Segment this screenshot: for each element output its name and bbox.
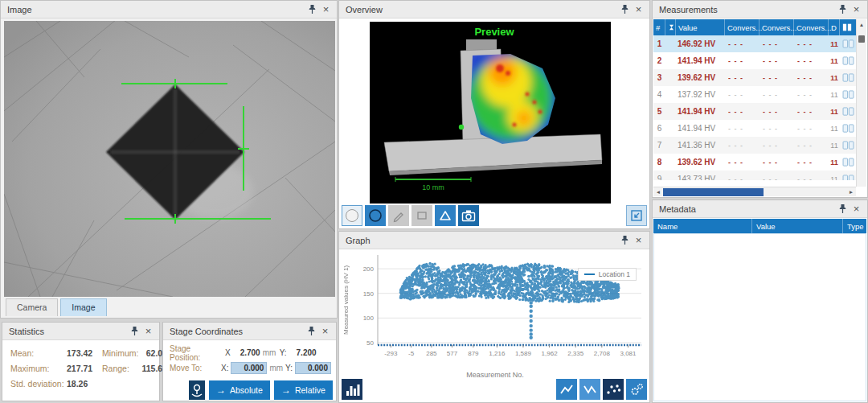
export-overview-button[interactable] [626, 205, 647, 226]
close-icon[interactable]: × [632, 2, 645, 16]
legend-series-swatch [584, 273, 595, 275]
close-icon[interactable]: × [850, 2, 863, 16]
column-header-indenter[interactable] [665, 19, 676, 35]
microscope-image[interactable] [4, 21, 335, 297]
column-header-d[interactable]: D [829, 19, 840, 35]
svg-text:577: 577 [447, 350, 458, 357]
pin-icon[interactable] [128, 324, 141, 338]
arrow-right-icon: → [216, 384, 226, 396]
rectangle-icon [415, 208, 429, 223]
table-row[interactable]: 3 139.62 HV - - - - - - - - - 11 [653, 69, 856, 86]
scatter-chart-icon [605, 381, 621, 397]
image-view-tabs: Camera Image [6, 298, 107, 316]
details-cell[interactable] [840, 141, 856, 150]
d-cell: 11 [829, 57, 840, 65]
close-icon[interactable]: × [318, 324, 332, 338]
close-icon[interactable]: × [632, 233, 645, 247]
measurement-number-cell: 5 [653, 107, 665, 116]
measurement-value-cell: 143.73 HV [676, 175, 725, 180]
pin-icon[interactable] [618, 233, 632, 247]
scroll-up-arrow[interactable]: ▲ [857, 19, 866, 30]
capture-overview-button[interactable] [458, 205, 479, 226]
scatter-chart-button[interactable] [603, 379, 624, 400]
spline-chart-button[interactable] [579, 379, 600, 400]
scroll-left-arrow[interactable]: ◄ [653, 189, 663, 195]
circle-filled-tool-button[interactable] [342, 205, 362, 226]
overview-panel: Overview × [338, 0, 650, 229]
goto-position-button[interactable] [189, 380, 205, 400]
table-row[interactable]: 4 137.92 HV - - - - - - - - - 11 [653, 86, 856, 103]
table-row[interactable]: 6 141.94 HV - - - - - - - - - 11 [653, 120, 856, 137]
vertical-scrollbar-thumb[interactable] [858, 35, 865, 43]
specimen-overview-map[interactable]: Preview 10 mm [370, 22, 611, 204]
table-row[interactable]: 9 143.73 HV - - - - - - - - - 11 [653, 171, 856, 180]
pin-icon[interactable] [305, 324, 318, 338]
hardness-scatter-chart[interactable]: 50100150200-293-52855778791,2161,5891,96… [341, 250, 649, 379]
conversion-cell: - - - [794, 40, 829, 48]
stage-position-label: Stage Position: [170, 344, 223, 362]
table-row[interactable]: 7 141.36 HV - - - - - - - - - 11 [653, 137, 856, 154]
table-row[interactable]: 1 146.92 HV - - - - - - - - - 11 [653, 35, 856, 52]
column-header-conversion-1[interactable]: Convers... [725, 19, 760, 35]
vertical-scrollbar[interactable]: ▲ [856, 19, 866, 187]
line-chart-icon [559, 381, 575, 397]
column-header-conversion-2[interactable]: Convers... [760, 19, 794, 35]
tab-image[interactable]: Image [60, 298, 106, 316]
pin-icon[interactable] [618, 2, 632, 16]
details-cell[interactable] [840, 90, 856, 100]
measurement-value-cell: 141.94 HV [676, 124, 725, 133]
svg-text:200: 200 [363, 265, 375, 273]
svg-text:100: 100 [363, 315, 375, 322]
move-to-x-input[interactable] [231, 362, 267, 374]
move-relative-button[interactable]: → Relative [274, 380, 333, 400]
d-cell: 11 [829, 74, 840, 82]
measurement-number-cell: 6 [653, 124, 665, 133]
image-panel-titlebar: Image × [1, 1, 337, 19]
rectangle-tool-button[interactable] [411, 205, 432, 226]
move-to-y-input[interactable] [295, 362, 331, 374]
column-header-number[interactable]: # [653, 19, 665, 35]
scroll-right-arrow[interactable]: ► [846, 189, 856, 195]
svg-text:2,708: 2,708 [594, 350, 611, 357]
pin-icon[interactable] [836, 202, 850, 216]
column-header-details[interactable] [840, 19, 857, 35]
table-row[interactable]: 5 141.94 HV - - - - - - - - - 11 [653, 103, 856, 120]
svg-text:879: 879 [468, 350, 479, 357]
polygon-tool-button[interactable] [435, 205, 456, 226]
column-header-value[interactable]: Value [676, 19, 725, 35]
horizontal-scrollbar[interactable]: ◄ ► [653, 187, 856, 196]
details-cell[interactable] [840, 56, 856, 66]
details-cell[interactable] [840, 158, 856, 167]
tab-camera[interactable]: Camera [6, 298, 58, 316]
edit-shape-tool-button[interactable] [388, 205, 409, 226]
details-cell[interactable] [840, 107, 856, 117]
details-cell[interactable] [840, 73, 856, 83]
horizontal-scrollbar-thumb[interactable] [663, 188, 764, 196]
details-cell[interactable] [840, 175, 856, 181]
line-chart-button[interactable] [556, 379, 577, 400]
column-header-conversion-3[interactable]: Convers... [794, 19, 829, 35]
chart-settings-button[interactable] [626, 379, 647, 400]
x-axis-label: X [225, 348, 231, 357]
horizontal-scrollbar-track[interactable] [663, 188, 846, 196]
close-icon[interactable]: × [141, 324, 155, 338]
details-cell[interactable] [840, 124, 856, 134]
svg-text:1,962: 1,962 [542, 350, 559, 357]
close-icon[interactable]: × [319, 2, 333, 16]
table-row[interactable]: 2 141.94 HV - - - - - - - - - 11 [653, 52, 856, 69]
close-icon[interactable]: × [850, 202, 863, 216]
graph-toolbar [342, 379, 647, 400]
move-to-label: Move To: [170, 364, 219, 372]
circle-outline-tool-button[interactable] [365, 205, 386, 226]
pin-icon[interactable] [305, 2, 319, 16]
conversion-cell: - - - [760, 142, 794, 150]
pin-icon[interactable] [836, 2, 850, 16]
metadata-table-body [653, 233, 866, 401]
move-absolute-button[interactable]: → Absolute [209, 380, 270, 400]
histogram-view-button[interactable] [342, 379, 362, 400]
details-cell[interactable] [840, 39, 856, 49]
measurements-table-body: 1 146.92 HV - - - - - - - - - 11 2 141.9… [653, 35, 856, 180]
table-row[interactable]: 8 139.62 HV - - - - - - - - - 11 [653, 154, 856, 171]
svg-text:50: 50 [366, 339, 374, 347]
metadata-panel-titlebar: Metadata × [653, 200, 867, 218]
